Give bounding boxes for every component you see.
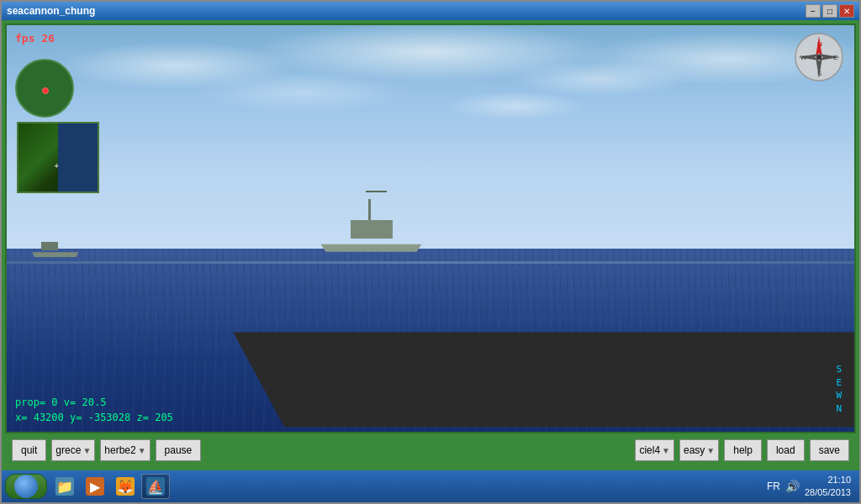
horizon-line (7, 261, 854, 264)
enemy-ship (320, 237, 421, 252)
clouds (7, 25, 854, 160)
grece-select[interactable]: grece ▼ (51, 439, 95, 461)
compass-dir-n: N (836, 402, 842, 415)
compass-directions: S E W N (836, 363, 842, 415)
window-title: seacannon_chung (7, 5, 95, 17)
fps-counter: fps 26 (15, 32, 55, 45)
ship-body (320, 237, 421, 252)
compass: N S E W (794, 32, 844, 82)
ciel4-arrow: ▼ (662, 446, 670, 455)
svg-text:N: N (817, 40, 822, 48)
easy-value: easy (684, 444, 705, 456)
ship-structure (351, 220, 393, 239)
grece-value: grece (55, 444, 81, 456)
pause-button[interactable]: pause (156, 439, 202, 461)
map-overlay: + (17, 122, 99, 193)
cloud-layer (7, 25, 854, 160)
ship-antenna (366, 191, 387, 192)
radar-display (15, 59, 74, 118)
ciel4-select[interactable]: ciel4 ▼ (635, 439, 674, 461)
taskbar-explorer[interactable]: 📁 (50, 474, 79, 499)
taskbar-apps: 📁 ▶ 🦊 ⛵ (50, 474, 170, 499)
compass-dir-s: S (836, 363, 842, 375)
taskbar: 📁 ▶ 🦊 ⛵ FR 🔊 21:10 28/05/2013 (2, 470, 859, 502)
map-water (58, 123, 98, 192)
maximize-button[interactable]: □ (822, 4, 837, 18)
compass-dir-w: W (836, 389, 842, 402)
firefox-icon: 🦊 (116, 477, 135, 496)
taskbar-time-value: 21:10 (805, 474, 851, 486)
herbe2-arrow: ▼ (138, 446, 146, 455)
taskbar-game[interactable]: ⛵ (141, 474, 170, 499)
status-display: prop= 0 v= 20.5 x= 43200 y= -353028 z= 2… (15, 395, 173, 425)
easy-select[interactable]: easy ▼ (679, 439, 719, 461)
close-button[interactable]: ✕ (839, 4, 854, 18)
quit-button[interactable]: quit (12, 439, 46, 461)
svg-point-5 (816, 55, 821, 60)
svg-text:W: W (800, 54, 807, 61)
game-area: fps 26 + (2, 20, 859, 470)
sky-background (7, 25, 854, 269)
window-controls: − □ ✕ (806, 4, 854, 18)
load-button[interactable]: load (767, 439, 805, 461)
map-position-marker: + (54, 161, 59, 171)
radar-dot (42, 87, 49, 94)
far-ship (32, 249, 78, 257)
far-ship-structure (41, 242, 58, 250)
taskbar-firefox[interactable]: 🦊 (111, 474, 140, 499)
minimize-button[interactable]: − (806, 4, 821, 18)
game-viewport[interactable]: fps 26 + (5, 24, 856, 433)
taskbar-language: FR (767, 480, 780, 492)
title-bar: seacannon_chung − □ ✕ (2, 2, 859, 20)
explorer-icon: 📁 (55, 477, 74, 496)
volume-icon: 🔊 (785, 480, 800, 493)
ciel4-value: ciel4 (639, 444, 660, 456)
svg-text:E: E (833, 54, 837, 61)
taskbar-media[interactable]: ▶ (81, 474, 109, 499)
grece-arrow: ▼ (82, 446, 91, 455)
prop-velocity: prop= 0 v= 20.5 (15, 395, 173, 410)
help-button[interactable]: help (724, 439, 762, 461)
map-inner: + (18, 123, 98, 192)
taskbar-right: FR 🔊 21:10 28/05/2013 (767, 474, 856, 500)
start-button[interactable] (5, 474, 47, 499)
svg-text:S: S (817, 70, 821, 77)
easy-arrow: ▼ (706, 446, 715, 455)
taskbar-date-value: 28/05/2013 (805, 486, 851, 499)
game-icon: ⛵ (146, 477, 165, 496)
main-window: seacannon_chung − □ ✕ (0, 0, 861, 504)
start-orb-icon (14, 475, 38, 498)
save-button[interactable]: save (810, 439, 849, 461)
deck-surface (234, 332, 856, 427)
compass-dir-e: E (836, 376, 842, 389)
media-icon: ▶ (86, 477, 104, 496)
herbe2-value: herbe2 (104, 444, 135, 456)
toolbar: quit grece ▼ herbe2 ▼ pause ciel4 ▼ easy… (5, 433, 856, 467)
coordinates: x= 43200 y= -353028 z= 205 (15, 410, 173, 425)
herbe2-select[interactable]: herbe2 ▼ (100, 439, 150, 461)
taskbar-datetime: 21:10 28/05/2013 (805, 474, 851, 500)
